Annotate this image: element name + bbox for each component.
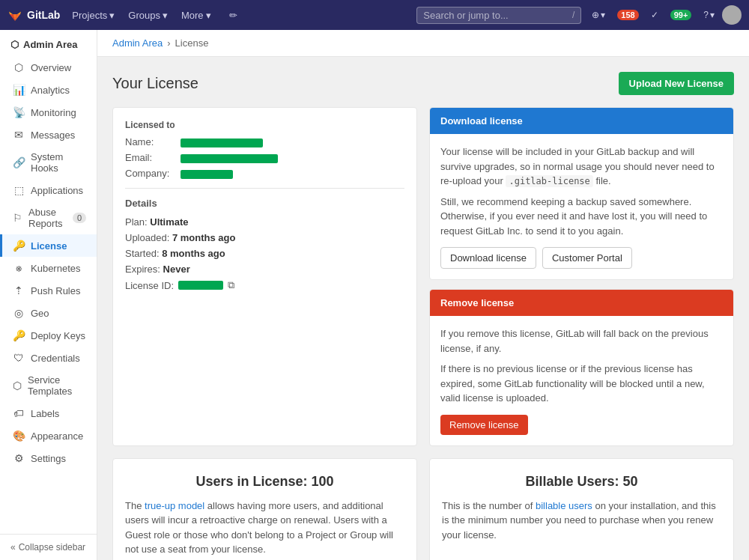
plan-label: Plan: [125, 216, 148, 228]
remove-license-card: Remove license If you remove this licens… [429, 289, 734, 446]
sidebar-item-messages[interactable]: ✉ Messages [0, 124, 97, 146]
sidebar-label-analytics: Analytics [31, 85, 70, 96]
sidebar-item-labels[interactable]: 🏷 Labels [0, 402, 97, 424]
hooks-icon: 🔗 [13, 156, 25, 168]
sidebar-label-geo: Geo [31, 308, 49, 319]
plan-value: Ultimate [150, 216, 188, 228]
pencil-icon[interactable]: ✏ [223, 7, 243, 24]
todo-icon[interactable]: ✓ [646, 7, 663, 23]
sidebar-label-service-templates: Service Templates [28, 374, 86, 397]
sidebar-label-kubernetes: Kubernetes [31, 263, 81, 274]
nav-more[interactable]: More ▾ [175, 7, 217, 24]
collapse-sidebar-button[interactable]: « Collapse sidebar [10, 542, 86, 553]
copy-icon[interactable]: ⧉ [228, 279, 234, 291]
remove-actions: Remove license [440, 415, 723, 435]
license-id-bar [178, 281, 223, 290]
collapse-chevron-icon: « [10, 542, 16, 553]
page-header: Your License Upload New License [112, 72, 734, 95]
stat-billable-desc: This is the number of billable users on … [442, 499, 721, 543]
sidebar-item-monitoring[interactable]: 📡 Monitoring [0, 101, 97, 124]
remove-card-body: If you remove this license, GitLab will … [430, 316, 733, 445]
sidebar-bottom: « Collapse sidebar [0, 534, 97, 560]
licensed-to-label: Licensed to [125, 120, 404, 130]
license-id-label: License ID: [125, 280, 174, 291]
expires-label: Expires: [125, 264, 160, 275]
breadcrumb: Admin Area › License [97, 30, 749, 57]
download-license-button[interactable]: Download license [440, 247, 536, 269]
stat-users-title: Users in License: 100 [125, 474, 404, 490]
main-content: Admin Area › License Your License Upload… [97, 30, 749, 560]
apps-icon: ⬚ [13, 184, 25, 196]
search-kbd: / [572, 10, 574, 20]
uploaded-value: 7 months ago [172, 232, 236, 243]
license-icon: 🔑 [13, 240, 25, 252]
plan-row: Plan: Ultimate [125, 216, 404, 228]
true-up-link[interactable]: true-up model [145, 500, 204, 511]
nav-groups[interactable]: Groups ▾ [122, 7, 174, 24]
sidebar-label-credentials: Credentials [31, 353, 80, 364]
sidebar-label-labels: Labels [31, 408, 59, 419]
user-avatar[interactable] [722, 5, 742, 25]
sidebar-label-abuse: Abuse Reports [28, 207, 67, 229]
remove-license-button[interactable]: Remove license [440, 415, 528, 435]
admin-icon: ⬡ [10, 39, 19, 50]
billable-users-link[interactable]: billable users [536, 500, 592, 511]
download-header-label: Download license [440, 115, 523, 127]
breadcrumb-parent[interactable]: Admin Area [112, 37, 163, 49]
sidebar-item-settings[interactable]: ⚙ Settings [0, 447, 97, 469]
upload-license-button[interactable]: Upload New License [619, 72, 734, 95]
page-title: Your License [112, 75, 198, 92]
expires-value: Never [163, 264, 190, 275]
sidebar-label-overview: Overview [31, 62, 71, 73]
sidebar-item-overview[interactable]: ⬡ Overview [0, 56, 97, 79]
top-grid: Licensed to Name: Email: Company: [112, 107, 734, 446]
page-content: Your License Upload New License Licensed… [97, 57, 749, 560]
sidebar-item-kubernetes[interactable]: ⎈ Kubernetes [0, 257, 97, 279]
sidebar-item-analytics[interactable]: 📊 Analytics [0, 79, 97, 101]
counter-badge-1[interactable]: 158 [613, 7, 643, 23]
sidebar-item-license[interactable]: 🔑 License [0, 234, 97, 257]
counter-badge-2[interactable]: 99+ [666, 7, 697, 23]
download-card-body: Your license will be included in your Gi… [430, 134, 733, 279]
remove-card-header: Remove license [430, 290, 733, 316]
brand-logo[interactable]: GitLab [7, 7, 60, 22]
uploaded-row: Uploaded: 7 months ago [125, 232, 404, 243]
sidebar-item-geo[interactable]: ◎ Geo [0, 302, 97, 324]
todo-count: 99+ [670, 10, 692, 20]
sidebar-item-system-hooks[interactable]: 🔗 System Hooks [0, 146, 97, 179]
sidebar-item-credentials[interactable]: 🛡 Credentials [0, 347, 97, 369]
merge-request-count: 158 [617, 10, 638, 20]
sidebar-item-service-templates[interactable]: ⬡ Service Templates [0, 369, 97, 402]
started-label: Started: [125, 248, 160, 259]
sidebar-item-applications[interactable]: ⬚ Applications [0, 179, 97, 201]
sidebar-item-push-rules[interactable]: ⇡ Push Rules [0, 279, 97, 302]
sidebar-item-abuse-reports[interactable]: ⚐ Abuse Reports 0 [0, 201, 97, 234]
email-label: Email: [125, 152, 178, 163]
customer-portal-button[interactable]: Customer Portal [542, 247, 632, 269]
sidebar: ⬡ Admin Area ⬡ Overview 📊 Analytics 📡 Mo… [0, 30, 97, 560]
remove-body-text-1: If you remove this license, GitLab will … [440, 326, 723, 356]
monitoring-icon: 📡 [13, 106, 25, 118]
abuse-icon: ⚐ [13, 212, 22, 224]
uploaded-label: Uploaded: [125, 232, 169, 243]
license-details-section: Details Plan: Ultimate Uploaded: 7 month… [125, 188, 404, 291]
download-body-text-1: Your license will be included in your Gi… [440, 144, 723, 189]
sidebar-item-deploy-keys[interactable]: 🔑 Deploy Keys [0, 324, 97, 347]
search-box[interactable]: / [416, 7, 581, 24]
stat-users-in-license: Users in License: 100 The true-up model … [112, 458, 417, 561]
license-info-card: Licensed to Name: Email: Company: [112, 107, 417, 446]
nav-projects[interactable]: Projects ▾ [66, 7, 121, 24]
started-row: Started: 8 months ago [125, 248, 404, 259]
appearance-icon: 🎨 [13, 430, 25, 442]
sidebar-label-license: License [31, 240, 67, 252]
credentials-icon: 🛡 [13, 352, 25, 364]
labels-icon: 🏷 [13, 407, 25, 419]
create-new-icon[interactable]: ⊕ ▾ [587, 7, 610, 23]
sidebar-header: ⬡ Admin Area [0, 30, 97, 56]
remove-body-text-2: If there is no previous license or if th… [440, 362, 723, 406]
download-license-card: Download license Your license will be in… [429, 107, 734, 280]
stat-billable-title: Billable Users: 50 [442, 474, 721, 490]
sidebar-item-appearance[interactable]: 🎨 Appearance [0, 424, 97, 447]
help-icon[interactable]: ? ▾ [699, 7, 719, 23]
search-input[interactable] [423, 10, 572, 21]
